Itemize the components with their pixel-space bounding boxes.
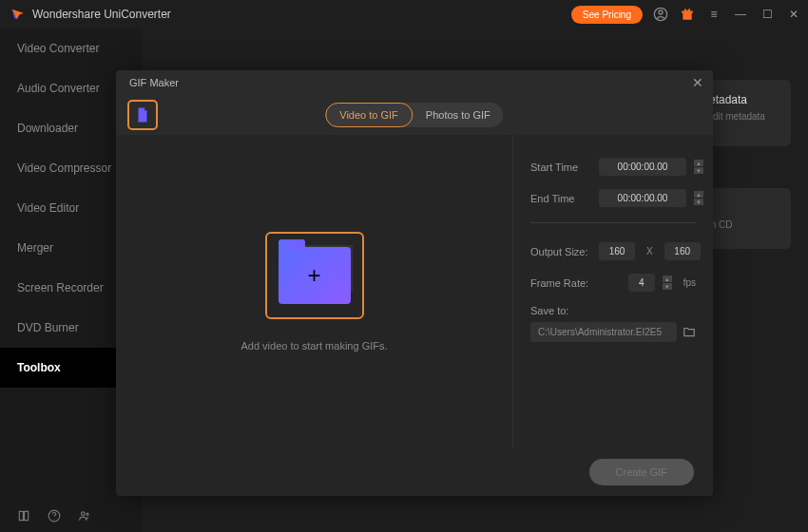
tab-video-to-gif[interactable]: Video to GIF <box>325 103 413 127</box>
chevron-down-icon[interactable]: ▼ <box>663 283 672 290</box>
help-book-icon[interactable] <box>17 509 30 526</box>
settings-pane: Start Time ▲ ▼ End Time ▲ ▼ Output Size: <box>513 135 713 448</box>
see-pricing-button[interactable]: See Pricing <box>571 6 643 24</box>
titlebar-actions: See Pricing ≡ — ☐ ✕ <box>571 6 802 24</box>
output-height-input[interactable] <box>664 242 701 260</box>
end-time-input[interactable] <box>599 189 686 207</box>
output-size-label: Output Size: <box>530 246 591 257</box>
start-time-row: Start Time ▲ ▼ <box>530 158 696 176</box>
save-to-row: Save to: <box>530 305 696 342</box>
output-width-input[interactable] <box>599 242 635 260</box>
modal-close-button[interactable]: ✕ <box>692 75 703 90</box>
people-icon[interactable] <box>78 509 91 526</box>
start-time-label: Start Time <box>530 162 591 173</box>
plus-icon: + <box>307 262 320 289</box>
end-time-row: End Time ▲ ▼ <box>530 189 696 207</box>
modal-header: GIF Maker ✕ <box>116 70 713 95</box>
menu-icon[interactable]: ≡ <box>705 6 722 23</box>
folder-icon: + <box>279 247 351 304</box>
save-to-label: Save to: <box>530 305 696 316</box>
frame-rate-label: Frame Rate: <box>530 277 591 289</box>
create-gif-button[interactable]: Create GIF <box>589 459 694 485</box>
gif-maker-modal: GIF Maker ✕ Video to GIF Photos to GIF +… <box>116 70 713 496</box>
svg-point-3 <box>82 512 86 516</box>
x-separator: X <box>646 246 653 256</box>
chevron-down-icon[interactable]: ▼ <box>694 167 703 174</box>
fps-suffix: fps <box>683 277 696 288</box>
browse-folder-icon[interactable] <box>683 325 696 340</box>
gift-icon[interactable] <box>679 6 696 23</box>
window-maximize-button[interactable]: ☐ <box>759 6 776 23</box>
add-file-button[interactable] <box>127 100 158 130</box>
frame-rate-input[interactable] <box>628 274 655 292</box>
modal-footer: Create GIF <box>116 448 713 496</box>
drop-area: + Add video to start making GIFs. <box>116 135 513 448</box>
chevron-up-icon[interactable]: ▲ <box>663 276 672 282</box>
drop-hint-text: Add video to start making GIFs. <box>240 340 387 352</box>
window-close-button[interactable]: ✕ <box>785 6 802 23</box>
modal-body: + Add video to start making GIFs. Start … <box>116 135 713 448</box>
chevron-up-icon[interactable]: ▲ <box>694 160 703 166</box>
sidebar-item-video-converter[interactable]: Video Converter <box>0 28 143 68</box>
chevron-down-icon[interactable]: ▼ <box>694 199 703 205</box>
start-time-stepper[interactable]: ▲ ▼ <box>694 160 703 174</box>
start-time-input[interactable] <box>599 158 686 176</box>
titlebar: Wondershare UniConverter See Pricing ≡ —… <box>0 0 808 28</box>
output-size-row: Output Size: X <box>530 242 696 260</box>
tab-photos-to-gif[interactable]: Photos to GIF <box>413 103 504 127</box>
mode-tabs: Video to GIF Photos to GIF <box>325 103 503 127</box>
modal-title: GIF Maker <box>129 77 179 88</box>
svg-point-4 <box>87 513 88 515</box>
divider <box>530 222 696 223</box>
user-account-icon[interactable] <box>652 6 669 23</box>
frame-rate-row: Frame Rate: ▲ ▼ fps <box>530 274 696 292</box>
end-time-label: End Time <box>530 193 591 204</box>
frame-rate-stepper[interactable]: ▲ ▼ <box>663 276 672 290</box>
save-path-input[interactable] <box>530 322 677 342</box>
chevron-up-icon[interactable]: ▲ <box>694 191 703 198</box>
window-minimize-button[interactable]: — <box>732 6 749 23</box>
add-video-dropzone[interactable]: + <box>265 232 364 319</box>
app-logo-icon <box>10 7 25 22</box>
app-title: Wondershare UniConverter <box>32 8 171 21</box>
sidebar-footer <box>0 504 143 532</box>
help-question-icon[interactable] <box>48 509 61 526</box>
svg-point-1 <box>659 10 663 14</box>
end-time-stepper[interactable]: ▲ ▼ <box>694 191 703 205</box>
modal-toolbar: Video to GIF Photos to GIF <box>116 95 713 135</box>
